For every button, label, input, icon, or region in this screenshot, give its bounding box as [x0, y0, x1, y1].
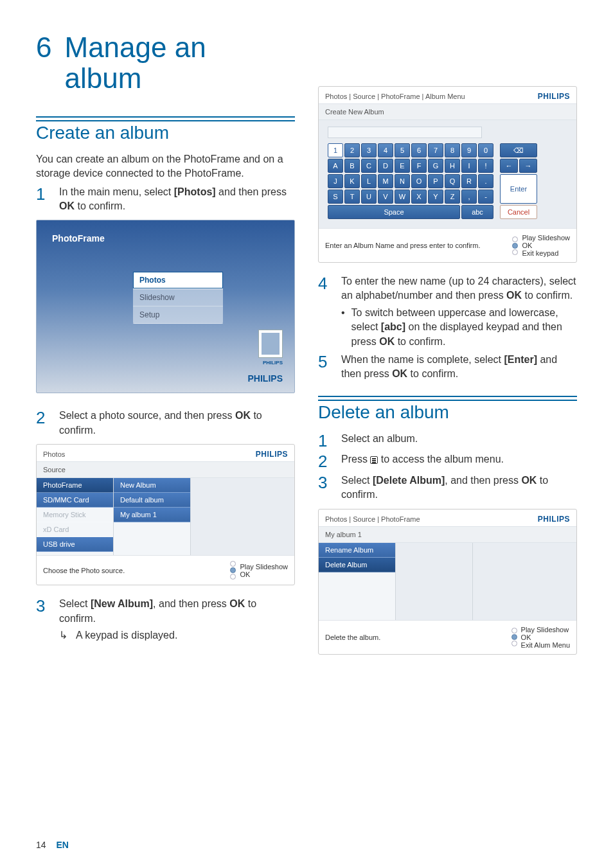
key-i[interactable]: I: [461, 159, 477, 173]
key-enter[interactable]: Enter: [500, 174, 537, 204]
step-3: 3 Select [New Album], and then press OK …: [36, 597, 295, 626]
photoframe-label: PhotoFrame: [52, 233, 105, 244]
key-backspace[interactable]: ⌫: [500, 143, 537, 157]
nav-play-slideshow[interactable]: Play Slideshow: [521, 626, 570, 633]
screenshot-delete-album: Photos | Source | PhotoFrame PHILIPS My …: [318, 509, 577, 655]
breadcrumb: Photos | Source | PhotoFrame: [325, 515, 420, 523]
key-a[interactable]: A: [328, 159, 343, 173]
chapter-title-2: album: [64, 62, 141, 94]
source-photoframe[interactable]: PhotoFrame: [37, 478, 113, 493]
key-8[interactable]: 8: [445, 143, 460, 157]
album-default[interactable]: Default album: [114, 493, 190, 508]
source-xd-card[interactable]: xD Card: [37, 522, 113, 537]
nav-ok[interactable]: OK: [240, 571, 288, 578]
nav-play-slideshow[interactable]: Play Slideshow: [522, 234, 570, 242]
key-4[interactable]: 4: [378, 143, 393, 157]
nav-exit-album-menu[interactable]: Exit Alum Menu: [521, 641, 570, 649]
key-dot[interactable]: .: [478, 174, 493, 188]
key-y[interactable]: Y: [428, 190, 443, 204]
key-j[interactable]: J: [328, 174, 343, 188]
step-1: 1 In the main menu, select [Photos] and …: [36, 185, 295, 214]
page-footer: 14 EN: [36, 840, 69, 850]
key-v[interactable]: V: [378, 190, 393, 204]
album-menu-list: Rename Album Delete Album: [319, 543, 396, 620]
source-usb-drive[interactable]: USB drive: [37, 537, 113, 552]
key-dash[interactable]: -: [478, 190, 493, 204]
nav-dots-icon: [230, 561, 236, 580]
main-menu-list: Photos Slideshow Setup: [133, 272, 223, 324]
brand-philips: PHILIPS: [248, 373, 283, 384]
key-6[interactable]: 6: [411, 143, 427, 157]
key-0[interactable]: 0: [478, 143, 493, 157]
key-comma[interactable]: ,: [461, 190, 477, 204]
hint-text: Delete the album.: [325, 633, 380, 641]
key-f[interactable]: F: [411, 159, 427, 173]
key-2[interactable]: 2: [344, 143, 360, 157]
preview-pane-2: [473, 543, 576, 620]
nav-cluster: Play Slideshow OK Exit Alum Menu: [511, 626, 570, 649]
key-d[interactable]: D: [378, 159, 393, 173]
key-z[interactable]: Z: [445, 190, 460, 204]
key-t[interactable]: T: [344, 190, 360, 204]
source-memory-stick[interactable]: Memory Stick: [37, 508, 113, 522]
nav-play-slideshow[interactable]: Play Slideshow: [240, 563, 288, 571]
key-space[interactable]: Space: [328, 205, 460, 219]
key-3[interactable]: 3: [361, 143, 377, 157]
chapter-heading: 6 Manage an album: [36, 32, 295, 94]
key-e[interactable]: E: [395, 159, 410, 173]
key-m[interactable]: M: [378, 174, 393, 188]
album-my1[interactable]: My album 1: [114, 508, 190, 522]
key-n[interactable]: N: [395, 174, 410, 188]
key-k[interactable]: K: [344, 174, 360, 188]
album-list: New Album Default album My album 1: [114, 478, 191, 555]
key-excl[interactable]: !: [478, 159, 493, 173]
key-left[interactable]: ←: [500, 159, 518, 173]
key-x[interactable]: X: [411, 190, 427, 204]
nav-exit-keypad[interactable]: Exit keypad: [522, 249, 570, 257]
nav-cluster: Play Slideshow OK: [230, 561, 288, 580]
key-cancel[interactable]: Cancel: [500, 205, 537, 219]
step-3-result: ↳ A keypad is displayed.: [59, 628, 295, 642]
brand-philips: PHILIPS: [256, 450, 288, 459]
key-l[interactable]: L: [361, 174, 377, 188]
album-delete[interactable]: Delete Album: [319, 558, 395, 572]
key-1[interactable]: 1: [328, 143, 343, 157]
album-name-input[interactable]: [328, 127, 482, 138]
preview-pane: [191, 478, 294, 555]
screenshot-photo-source: Photos PHILIPS Source PhotoFrame SD/MMC …: [36, 444, 295, 585]
key-abc[interactable]: abc: [461, 205, 493, 219]
key-h[interactable]: H: [445, 159, 460, 173]
key-5[interactable]: 5: [395, 143, 410, 157]
subheader-album: My album 1: [319, 526, 576, 543]
menu-button-icon: [370, 456, 378, 464]
key-g[interactable]: G: [428, 159, 443, 173]
main-menu-item-slideshow[interactable]: Slideshow: [133, 289, 223, 306]
key-r[interactable]: R: [461, 174, 477, 188]
main-menu-item-setup[interactable]: Setup: [133, 306, 223, 324]
key-p[interactable]: P: [428, 174, 443, 188]
hint-text: Choose the Photo source.: [43, 567, 125, 574]
hint-text: Enter an Album Name and press enter to c…: [325, 242, 481, 249]
key-b[interactable]: B: [344, 159, 360, 173]
main-menu-item-photos[interactable]: Photos: [133, 272, 223, 289]
source-sdmmc[interactable]: SD/MMC Card: [37, 493, 113, 508]
key-q[interactable]: Q: [445, 174, 460, 188]
nav-ok[interactable]: OK: [522, 242, 570, 249]
nav-dots-icon: [512, 236, 518, 255]
album-new[interactable]: New Album: [114, 478, 190, 493]
key-7[interactable]: 7: [428, 143, 443, 157]
frame-thumbnail-icon: [258, 330, 283, 358]
step-5: 5 When the name is complete, select [Ent…: [318, 353, 577, 382]
key-w[interactable]: W: [395, 190, 410, 204]
nav-ok[interactable]: OK: [521, 633, 570, 641]
key-right[interactable]: →: [519, 159, 537, 173]
album-rename[interactable]: Rename Album: [319, 543, 395, 558]
key-9[interactable]: 9: [461, 143, 477, 157]
key-s[interactable]: S: [328, 190, 343, 204]
intro-paragraph: You can create an album on the PhotoFram…: [36, 152, 295, 181]
key-u[interactable]: U: [361, 190, 377, 204]
subheader-source: Source: [37, 461, 294, 478]
preview-pane-1: [396, 543, 473, 620]
key-c[interactable]: C: [361, 159, 377, 173]
key-o[interactable]: O: [411, 174, 427, 188]
